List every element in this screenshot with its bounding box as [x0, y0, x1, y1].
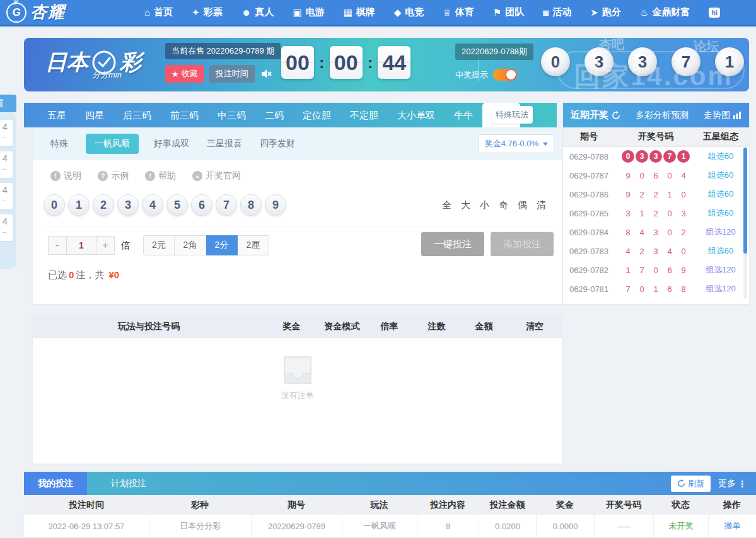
analysis-link[interactable]: 多彩分析预测	[636, 110, 689, 121]
subtab-sijifacai[interactable]: 四季发财	[260, 138, 295, 149]
subtab-sanxingbaoxi[interactable]: 三星报喜	[207, 138, 242, 149]
quick-odd[interactable]: 奇	[499, 199, 508, 211]
pick-ball-0[interactable]: 0	[44, 194, 65, 216]
pick-ball-5[interactable]: 5	[166, 194, 188, 216]
one-key-bet-button[interactable]: 一键投注	[421, 232, 484, 256]
pick-ball-2[interactable]: 2	[93, 194, 114, 216]
unit-fen-active[interactable]: 2分	[206, 235, 238, 255]
last-draw-info: 20220629-0788期 中奖提示	[455, 44, 533, 81]
group-type-link[interactable]: 组选120	[697, 283, 745, 295]
issue-cell: 20220629-0789	[251, 515, 342, 537]
favorite-button[interactable]: ★收藏	[165, 65, 204, 83]
trend-chart-link[interactable]: 走势图	[704, 110, 741, 121]
pick-ball-8[interactable]: 8	[240, 194, 262, 216]
tab-housanma[interactable]: 后三码	[113, 103, 161, 127]
quick-all[interactable]: 全	[442, 199, 451, 211]
brand-logo[interactable]: ♛G 杏耀	[0, 1, 66, 23]
pick-ball-3[interactable]: 3	[117, 194, 139, 216]
unit-jiao[interactable]: 2角	[175, 235, 206, 255]
left-widget-cell[interactable]: 4–	[0, 120, 13, 146]
quick-big[interactable]: 大	[461, 199, 470, 211]
win-tip-toggle[interactable]	[493, 69, 517, 81]
nav-item-esports[interactable]: ◆电竞	[394, 6, 424, 18]
add-bet-button[interactable]: 添加投注	[491, 232, 554, 256]
group-type-link[interactable]: 组选120	[697, 264, 745, 276]
multiplier-minus-button[interactable]: -	[48, 236, 67, 255]
help-official-site[interactable]: ≡开奖官网	[192, 170, 241, 182]
pick-ball-9[interactable]: 9	[265, 194, 286, 216]
recent-draws-title[interactable]: 近期开奖	[571, 109, 620, 121]
group-type-link[interactable]: 组选60	[697, 170, 745, 181]
refresh-button[interactable]: 刷新	[671, 476, 711, 492]
col-bet-time: 投注时间	[24, 500, 149, 511]
quick-even[interactable]: 偶	[518, 199, 527, 211]
scrollbar-track[interactable]	[743, 148, 747, 299]
tab-erma[interactable]: 二码	[255, 103, 293, 127]
tab-budingdan[interactable]: 不定胆	[340, 103, 388, 127]
subtab-haoshichengshuang[interactable]: 好事成双	[154, 138, 189, 149]
left-widget-cell[interactable]: 4–	[0, 151, 13, 178]
win-tip-label: 中奖提示	[455, 69, 488, 81]
cancel-bet-link[interactable]: 撤单	[708, 515, 756, 537]
left-widget-tab[interactable]: 置	[0, 95, 16, 112]
draw-num: 0	[679, 190, 688, 199]
tab-daxiaodanshuang[interactable]: 大小单双	[388, 103, 445, 127]
nav-item-sports[interactable]: ♕体育	[443, 6, 474, 18]
last-draw-balls: 0 3 3 7 1	[541, 47, 744, 76]
pick-ball-6[interactable]: 6	[191, 194, 212, 216]
tab-wuxing[interactable]: 五星	[38, 103, 76, 127]
nav-item-wealth[interactable]: ♨金鼎财富	[640, 6, 690, 18]
unit-yuan[interactable]: 2元	[143, 235, 175, 255]
pick-ball-1[interactable]: 1	[68, 194, 90, 216]
bet-time-button[interactable]: 投注时间	[209, 65, 255, 83]
pick-ball-7[interactable]: 7	[216, 194, 237, 216]
help-shuoming[interactable]: !说明	[50, 170, 81, 182]
left-widget-cell[interactable]: 4–	[0, 183, 13, 209]
draw-numbers: 31203	[615, 209, 697, 218]
help-shili[interactable]: ?示例	[98, 170, 129, 182]
wealth-icon: ♨	[640, 7, 648, 18]
tab-my-bets-active[interactable]: 我的投注	[24, 472, 87, 495]
mute-icon[interactable]	[261, 69, 272, 79]
group-type-link[interactable]: 组选120	[697, 226, 745, 238]
nav-item-lottery[interactable]: ✦彩票	[192, 6, 223, 18]
issue-no: 0629-0784	[563, 228, 615, 237]
tab-zhongsanma[interactable]: 中三码	[208, 103, 255, 127]
group-type-link[interactable]: 组选60	[697, 245, 745, 257]
multiplier-plus-button[interactable]: +	[96, 236, 115, 255]
nav-item-hi[interactable]: hi	[709, 8, 720, 18]
more-button[interactable]: 更多⋮	[718, 478, 747, 489]
nav-item-promo[interactable]: ◙活动	[543, 6, 571, 18]
draw-num: 0	[637, 171, 646, 180]
tab-sixing[interactable]: 四星	[76, 103, 113, 127]
group-type-link[interactable]: 组选60	[697, 151, 745, 162]
scrollbar-thumb[interactable]	[743, 148, 747, 254]
tab-dingweidan[interactable]: 定位胆	[293, 103, 340, 127]
subtab-teshu[interactable]: 特殊	[50, 138, 68, 149]
tab-plan-bets[interactable]: 计划投注	[111, 478, 146, 489]
bonus-rate-select[interactable]: 奖金4.76-0.0%	[479, 134, 554, 153]
left-widget-cell[interactable]: 4–	[0, 214, 13, 241]
tab-niuniu[interactable]: 牛牛	[445, 103, 482, 127]
draw-numbers: 90604	[615, 171, 697, 180]
esports-icon: ◆	[394, 7, 402, 18]
unit-li[interactable]: 2厘	[238, 235, 269, 255]
multiplier-input[interactable]	[67, 236, 96, 255]
col-play-numbers: 玩法与投注号码	[33, 321, 265, 332]
pick-ball-4[interactable]: 4	[142, 194, 163, 216]
tab-qiansanma[interactable]: 前三码	[161, 103, 208, 127]
subtab-yifanfengshun-active[interactable]: 一帆风顺	[86, 134, 139, 154]
group-type-link[interactable]: 组选60	[697, 208, 745, 219]
quick-small[interactable]: 小	[480, 199, 489, 211]
nav-item-paofen[interactable]: ➤跑分	[590, 6, 621, 18]
draw-num: 0	[665, 209, 674, 218]
group-type-link[interactable]: 组选60	[697, 189, 745, 200]
quick-clear[interactable]: 清	[537, 199, 546, 211]
help-bangzhu[interactable]: !帮助	[145, 170, 176, 182]
nav-item-cards[interactable]: ▦棋牌	[344, 6, 375, 18]
nav-item-live[interactable]: ☻真人	[241, 6, 274, 18]
nav-item-home[interactable]: ⌂首页	[144, 6, 173, 18]
nav-item-team[interactable]: ⚑团队	[493, 6, 524, 18]
nav-item-slots[interactable]: ▣电游	[293, 6, 324, 18]
special-play-button[interactable]: 特殊玩法	[491, 106, 533, 124]
